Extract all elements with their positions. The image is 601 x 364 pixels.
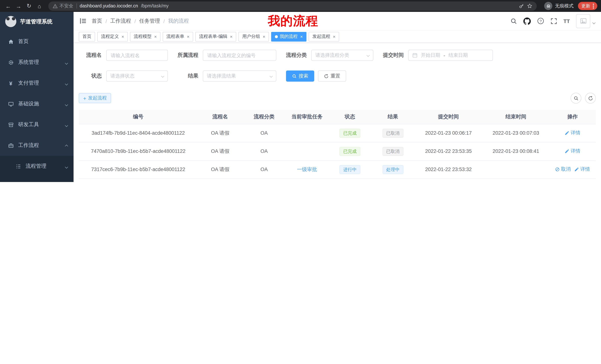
status-select[interactable]: 请选择状态 <box>106 70 168 82</box>
date-range-picker[interactable]: 开始日期 - 结束日期 <box>408 50 493 61</box>
sidebar-item-devtools[interactable]: 研发工具 <box>0 114 74 135</box>
tab-initiate-process[interactable]: 发起流程× <box>309 32 339 41</box>
yen-icon: ¥ <box>7 80 14 86</box>
sidebar-item-task-mgmt[interactable]: 任务管理 <box>0 177 74 182</box>
chevron-down-icon <box>65 163 68 169</box>
tab-process-definition[interactable]: 流程定义× <box>97 32 128 41</box>
sidebar-item-payment[interactable]: ¥ 支付管理 <box>0 73 74 94</box>
chevron-down-icon <box>65 59 68 65</box>
app-title: 芋道管理系统 <box>20 18 52 25</box>
result-label: 结果 <box>178 73 198 79</box>
search-toggle-button[interactable] <box>571 93 581 104</box>
forward-icon[interactable]: → <box>14 1 23 10</box>
breadcrumb-workflow[interactable]: 工作流程 <box>110 18 131 24</box>
avatar[interactable] <box>576 14 590 28</box>
tab-user-group[interactable]: 用户分组× <box>239 32 269 41</box>
tab-process-form-edit[interactable]: 流程表单-编辑× <box>195 32 236 41</box>
annotation-title: 我的流程 <box>268 13 318 29</box>
start-date-placeholder[interactable]: 开始日期 <box>421 52 440 59</box>
table-row: 7470a810-7b9b-11ec-b5b7-acde48001122 OA … <box>79 142 596 160</box>
process-name-input[interactable] <box>106 50 168 61</box>
edit-icon <box>565 149 570 153</box>
process-table: 编号 流程名 流程分类 当前审批任务 状态 结果 提交时间 结束时间 操作 <box>79 110 596 182</box>
sidebar-toggle-icon[interactable] <box>80 18 87 25</box>
search-button[interactable]: 搜索 <box>286 70 314 82</box>
detail-link[interactable]: 详情 <box>574 166 590 173</box>
kebab-menu-icon[interactable] <box>593 3 594 8</box>
detail-link[interactable]: 详情 <box>565 148 580 154</box>
tab-process-form[interactable]: 流程表单× <box>163 32 193 41</box>
refresh-button[interactable] <box>585 93 596 104</box>
process-def-input[interactable] <box>203 50 276 61</box>
omnibox-divider <box>76 3 77 9</box>
update-label: 更新 <box>581 3 590 9</box>
sidebar-item-system[interactable]: 系统管理 <box>0 52 74 73</box>
status-badge: 已完成 <box>340 129 360 137</box>
col-end-time: 结束时间 <box>482 110 549 124</box>
page-content: 流程名 所属流程 流程分类 请选择流程分类 提交时间 开始日期 - 结束日期 <box>74 43 601 182</box>
cancel-link[interactable]: 取消 <box>555 166 571 173</box>
not-secure-warning[interactable]: 不安全 <box>53 3 73 9</box>
close-icon[interactable]: × <box>154 34 157 39</box>
chevron-down-icon <box>65 101 68 107</box>
sidebar-item-home[interactable]: 首页 <box>0 31 74 52</box>
breadcrumb-home[interactable]: 首页 <box>92 18 102 24</box>
result-select[interactable]: 请选择流结果 <box>203 70 276 82</box>
category-select[interactable]: 请选择流程分类 <box>311 50 373 61</box>
edit-icon <box>565 131 570 135</box>
password-key-icon[interactable] <box>519 3 524 9</box>
sidebar-item-process-mgmt[interactable]: 流程管理 <box>0 156 74 177</box>
app-root: ← → ↻ ⌂ 不安全 dashboard.yudao.iocoder.cn/b… <box>0 0 601 182</box>
reset-button[interactable]: 重置 <box>318 70 346 82</box>
breadcrumb-current: 我的流程 <box>168 18 189 24</box>
close-icon[interactable]: × <box>230 34 232 39</box>
breadcrumb-task-mgmt[interactable]: 任务管理 <box>139 18 160 24</box>
search-icon[interactable] <box>510 18 517 24</box>
tab-home[interactable]: 首页 <box>79 32 95 41</box>
bookmark-star-icon[interactable] <box>527 3 532 9</box>
initiate-process-button[interactable]: + 发起流程 <box>79 93 111 103</box>
fullscreen-icon[interactable] <box>551 18 557 24</box>
close-icon[interactable]: × <box>263 34 265 39</box>
back-icon[interactable]: ← <box>4 1 13 10</box>
logo-image <box>5 16 16 27</box>
incognito-profile-chip[interactable]: 无痕模式 <box>544 2 573 10</box>
chevron-down-icon <box>65 122 68 128</box>
close-icon[interactable]: × <box>333 34 335 39</box>
chevron-down-icon <box>161 75 164 78</box>
close-icon[interactable]: × <box>300 34 303 39</box>
table-toolbar: + 发起流程 <box>79 93 596 104</box>
col-submit-time: 提交时间 <box>414 110 482 124</box>
process-def-label: 所属流程 <box>178 52 198 59</box>
col-actions: 操作 <box>549 110 596 124</box>
home-icon[interactable]: ⌂ <box>35 1 44 10</box>
chevron-up-icon <box>65 143 68 148</box>
tab-process-model[interactable]: 流程模型× <box>130 32 160 41</box>
github-icon[interactable] <box>523 17 531 25</box>
close-icon[interactable]: × <box>187 34 190 39</box>
status-badge: 已完成 <box>340 147 360 156</box>
image-placeholder-icon <box>580 18 586 24</box>
sidebar-item-workflow[interactable]: 工作流程 <box>0 135 74 156</box>
reload-icon[interactable]: ↻ <box>25 1 33 10</box>
browser-toolbar: ← → ↻ ⌂ 不安全 dashboard.yudao.iocoder.cn/b… <box>0 0 601 12</box>
end-date-placeholder[interactable]: 结束日期 <box>449 52 468 59</box>
task-link[interactable]: 一级审批 <box>297 166 317 172</box>
filter-row-1: 流程名 所属流程 流程分类 请选择流程分类 提交时间 开始日期 - 结束日期 <box>79 50 596 61</box>
incognito-icon <box>544 2 552 10</box>
col-status: 状态 <box>329 110 371 124</box>
close-icon[interactable]: × <box>121 34 124 39</box>
chevron-down-icon <box>367 54 370 57</box>
help-icon[interactable]: ? <box>537 18 544 25</box>
refresh-icon <box>324 74 329 78</box>
chevron-down-icon[interactable] <box>593 18 595 25</box>
tab-my-process[interactable]: 我的流程× <box>271 32 306 41</box>
font-size-icon[interactable]: TT <box>563 18 570 24</box>
browser-update-button[interactable]: 更新 <box>578 2 597 10</box>
filter-row-2: 状态 请选择状态 结果 请选择流结果 搜索 <box>79 70 596 82</box>
navbar-actions: ? TT <box>510 14 595 28</box>
breadcrumb-separator: / <box>134 18 136 24</box>
sidebar-item-infra[interactable]: 基础设施 <box>0 94 74 114</box>
detail-link[interactable]: 详情 <box>565 130 580 136</box>
address-bar[interactable]: 不安全 dashboard.yudao.iocoder.cn/bpm/task/… <box>48 1 537 10</box>
